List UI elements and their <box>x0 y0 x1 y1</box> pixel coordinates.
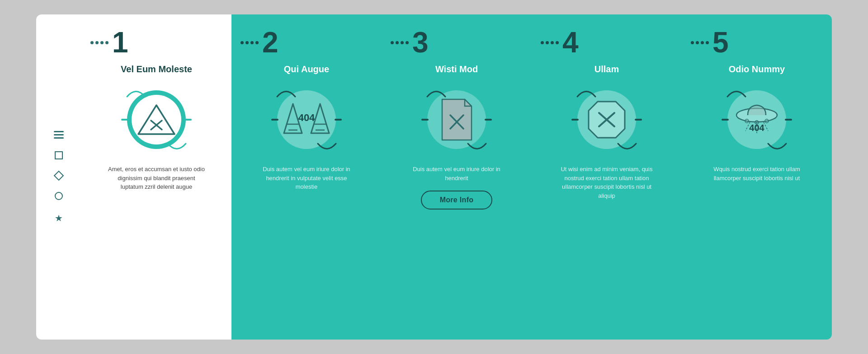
arc-top-4 <box>575 85 598 98</box>
dash-right-1 <box>184 119 192 121</box>
card-desc-1: Amet, eros et accumsan et iusto odio dig… <box>107 165 206 191</box>
diamond-icon <box>54 170 64 181</box>
svg-rect-4 <box>184 119 192 121</box>
step-number-2: 2 <box>262 28 278 57</box>
card-desc-2: Duis autem vel eum iriure dolor in hendr… <box>257 165 356 191</box>
dots-1 <box>90 41 108 44</box>
dots-5 <box>691 41 709 44</box>
error-octagon-icon <box>584 97 629 142</box>
card-desc-5: Wquis nostrud exerci tation ullam llamco… <box>707 165 807 182</box>
dots-4 <box>541 41 559 44</box>
dash-left-5 <box>722 119 729 121</box>
dot <box>696 41 699 44</box>
card-title-1: Vel Eum Moleste <box>121 64 192 75</box>
card-2: 2 Qui Augue <box>231 14 382 340</box>
dot <box>701 41 704 44</box>
dot <box>546 41 549 44</box>
dot <box>551 41 554 44</box>
circle-icon <box>55 192 63 200</box>
traffic-cones-icon: 404 <box>277 95 336 144</box>
step-header-4: 4 <box>541 28 579 57</box>
dash-left-4 <box>571 119 579 121</box>
svg-rect-17 <box>485 119 492 121</box>
arc-bottom-1 <box>165 141 188 154</box>
dash-left-3 <box>421 119 429 121</box>
arc-bottom-4 <box>616 141 638 154</box>
dot <box>691 41 694 44</box>
dash-right-4 <box>635 119 642 121</box>
dot <box>95 41 99 44</box>
card-title-5: Odio Nummy <box>729 64 785 75</box>
icon-area-5: 404 <box>721 84 793 156</box>
card-title-4: Ullam <box>594 64 619 75</box>
star-icon: ★ <box>55 213 63 224</box>
sidebar: ★ <box>36 14 81 340</box>
arc-top-3 <box>425 85 448 98</box>
icon-area-4 <box>571 84 643 156</box>
ufo-icon: 404 <box>730 97 784 142</box>
step-header-2: 2 <box>241 28 278 57</box>
dash-left-1 <box>121 119 128 121</box>
icon-area-2: 404 <box>270 84 343 156</box>
warning-triangle-icon <box>136 102 177 138</box>
step-header-1: 1 <box>90 28 128 57</box>
svg-rect-32 <box>785 119 792 121</box>
svg-text:404: 404 <box>298 112 315 123</box>
dot <box>406 41 409 44</box>
dot <box>255 41 259 44</box>
dot <box>105 41 108 44</box>
card-1: 1 Vel Eum Moleste <box>81 14 231 340</box>
step-number-4: 4 <box>562 28 579 57</box>
step-header-3: 3 <box>391 28 429 57</box>
dot <box>245 41 249 44</box>
svg-marker-0 <box>138 105 175 134</box>
square-icon <box>55 151 63 159</box>
svg-rect-3 <box>121 119 128 121</box>
step-number-5: 5 <box>712 28 729 57</box>
dot <box>396 41 399 44</box>
card-title-3: Wisti Mod <box>435 64 478 75</box>
dash-right-3 <box>485 119 492 121</box>
card-title-2: Qui Augue <box>284 64 329 75</box>
dot <box>90 41 94 44</box>
card-desc-4: Ut wisi enim ad minim veniam, quis nostr… <box>557 165 656 200</box>
menu-icon[interactable] <box>54 131 64 139</box>
outer-wrapper: ★ 1 Vel Eum Moleste <box>36 14 832 340</box>
more-info-button[interactable]: More Info <box>421 191 493 210</box>
dot <box>706 41 709 44</box>
card-desc-3: Duis autem vel eum iriure dolor in hendr… <box>407 165 506 182</box>
card-5: 5 Odio Nummy <box>682 14 832 340</box>
card-4: 4 Ullam <box>532 14 682 340</box>
step-header-5: 5 <box>691 28 729 57</box>
dash-right-5 <box>785 119 792 121</box>
arc-top-5 <box>725 85 748 98</box>
dot <box>250 41 254 44</box>
svg-rect-16 <box>421 119 429 121</box>
arc-bottom-5 <box>766 141 788 154</box>
icon-area-1 <box>120 84 193 156</box>
dot <box>541 41 544 44</box>
svg-rect-22 <box>635 119 642 121</box>
dots-2 <box>241 41 259 44</box>
error-file-icon <box>438 97 476 142</box>
dot <box>241 41 244 44</box>
step-number-3: 3 <box>412 28 429 57</box>
svg-rect-21 <box>571 119 579 121</box>
dots-3 <box>391 41 409 44</box>
arc-bottom-3 <box>466 141 488 154</box>
dot <box>556 41 559 44</box>
step-number-1: 1 <box>112 28 128 57</box>
cards-container: 1 Vel Eum Moleste <box>81 14 832 340</box>
svg-rect-31 <box>722 119 729 121</box>
arc-top-1 <box>125 85 147 98</box>
dot <box>100 41 104 44</box>
card-3: 3 Wisti Mod <box>382 14 532 340</box>
dot <box>401 41 404 44</box>
dot <box>391 41 394 44</box>
icon-area-3 <box>420 84 493 156</box>
